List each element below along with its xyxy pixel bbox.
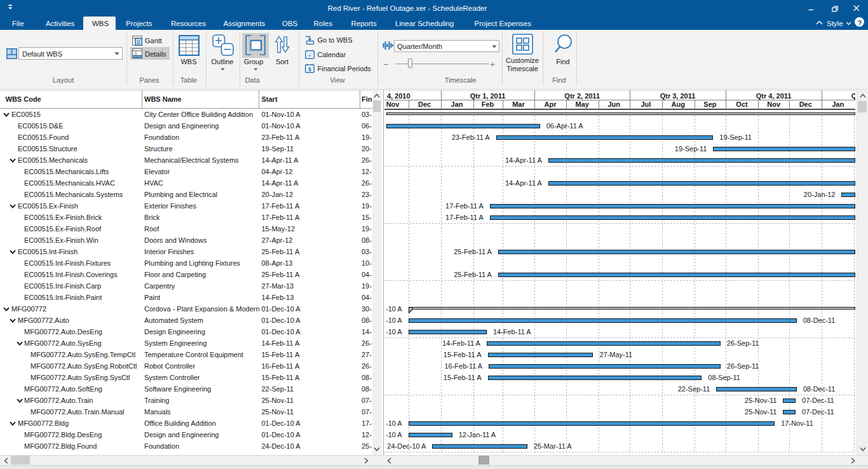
svg-text:$: $ [308, 65, 312, 72]
